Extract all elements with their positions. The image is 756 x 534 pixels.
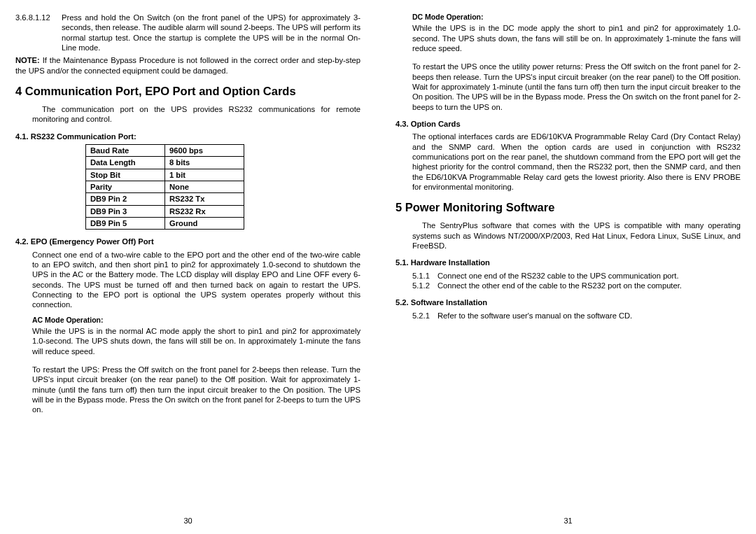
right-page: DC Mode Operation: While the UPS is in t… — [396, 13, 741, 534]
dc-mode-p1: While the UPS is in the DC mode apply th… — [412, 23, 741, 53]
table-cell: 9600 bps — [165, 145, 244, 157]
ac-mode-p1: While the UPS is in the normal AC mode a… — [32, 326, 360, 356]
left-page: 3.6.8.1.12 Press and hold the On Switch … — [15, 13, 360, 534]
note-label: NOTE: — [15, 56, 40, 64]
table-cell: RS232 Rx — [165, 205, 244, 217]
item-num: 5.1.1 — [412, 271, 438, 281]
section-4-3-body: The optional interfaces cards are ED6/10… — [412, 132, 741, 192]
note-text: If the Maintenance Bypass Procedure is n… — [15, 56, 360, 74]
step-item: 3.6.8.1.12 Press and hold the On Switch … — [15, 13, 360, 52]
table-cell: 1 bit — [165, 169, 244, 181]
table-row: Stop Bit1 bit — [86, 169, 244, 181]
table-cell: DB9 Pin 3 — [86, 205, 165, 217]
item-text: Connect the other end of the cable to th… — [438, 281, 741, 290]
section-4-title: 4 Communication Port, EPO Port and Optio… — [15, 84, 360, 99]
section-4-intro: The communication port on the UPS provid… — [32, 104, 360, 125]
ac-mode-heading: AC Mode Operation: — [32, 316, 360, 325]
section-5-1-title: 5.1. Hardware Installation — [396, 258, 741, 267]
dc-mode-heading: DC Mode Operation: — [412, 13, 741, 22]
table-cell: Ground — [165, 218, 244, 230]
table-row: DB9 Pin 2RS232 Tx — [86, 193, 244, 205]
item-5-1-1: 5.1.1 Connect one end of the RS232 cable… — [412, 271, 741, 281]
table-cell: Parity — [86, 181, 165, 193]
section-4-2-body: Connect one end of a two-wire cable to t… — [32, 250, 360, 310]
table-cell: None — [165, 181, 244, 193]
page-number-right: 31 — [396, 512, 741, 534]
section-5-intro: The SentryPlus software that comes with … — [412, 220, 741, 251]
table-cell: Data Length — [86, 157, 165, 169]
table-cell: Stop Bit — [86, 169, 165, 181]
step-text: Press and hold the On Switch (on the fro… — [62, 13, 360, 52]
item-text: Connect one end of the RS232 cable to th… — [438, 271, 741, 281]
table-row: DB9 Pin 3RS232 Rx — [86, 205, 244, 217]
section-4-3-title: 4.3. Option Cards — [396, 119, 741, 129]
dc-mode-p2: To restart the UPS once the utility powe… — [412, 62, 741, 112]
page-spread: 3.6.8.1.12 Press and hold the On Switch … — [0, 0, 756, 534]
table-row: DB9 Pin 5Ground — [86, 218, 244, 230]
note-block: NOTE: If the Maintenance Bypass Procedur… — [15, 55, 360, 76]
table-row: Data Length8 bits — [86, 157, 244, 169]
item-5-2-1: 5.2.1 Refer to the software user's manua… — [412, 311, 741, 321]
item-5-1-2: 5.1.2 Connect the other end of the cable… — [412, 281, 741, 290]
section-4-2-title: 4.2. EPO (Emergency Power Off) Port — [15, 237, 360, 246]
table-cell: RS232 Tx — [165, 193, 244, 205]
table-row: Baud Rate9600 bps — [86, 145, 244, 157]
section-4-1-title: 4.1. RS232 Communication Port: — [15, 132, 360, 141]
page-number-left: 30 — [15, 512, 360, 534]
table-cell: DB9 Pin 5 — [86, 218, 165, 230]
step-number: 3.6.8.1.12 — [15, 13, 62, 52]
ac-mode-p2: To restart the UPS: Press the Off switch… — [32, 365, 360, 415]
rs232-table: Baud Rate9600 bpsData Length8 bitsStop B… — [85, 144, 244, 230]
item-num: 5.1.2 — [412, 281, 438, 290]
table-cell: Baud Rate — [86, 145, 165, 157]
table-cell: 8 bits — [165, 157, 244, 169]
table-row: ParityNone — [86, 181, 244, 193]
section-5-title: 5 Power Monitoring Software — [396, 200, 741, 215]
section-5-2-title: 5.2. Software Installation — [396, 297, 741, 307]
table-cell: DB9 Pin 2 — [86, 193, 165, 205]
item-num: 5.2.1 — [412, 311, 438, 321]
item-text: Refer to the software user's manual on t… — [438, 311, 741, 321]
